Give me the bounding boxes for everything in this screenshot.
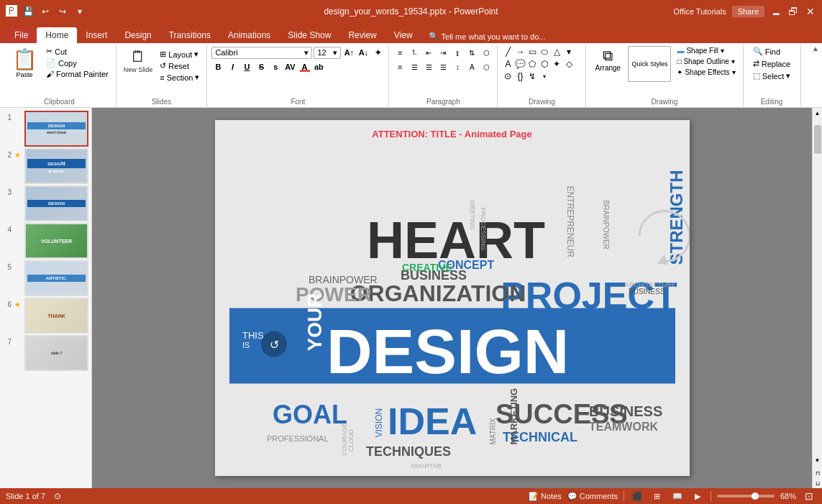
tab-review[interactable]: Review <box>339 27 385 43</box>
text-shadow-btn[interactable]: A <box>465 60 478 73</box>
decrease-indent-button[interactable]: ⇤ <box>422 46 435 59</box>
font-name-selector[interactable]: Calibri ▾ <box>211 47 312 59</box>
slide-thumb-7[interactable]: slide 7 <box>24 335 88 371</box>
slide-thumb-3[interactable]: DESIGN <box>24 185 88 221</box>
right-scrollbar[interactable]: ▲ ▼ ⊓ ⊔ <box>812 108 822 488</box>
office-tutorials-link[interactable]: Office Tutorials <box>673 7 726 16</box>
ribbon-collapse-button[interactable]: ▲ <box>812 45 819 52</box>
smart-art-button[interactable]: ⬡ <box>480 46 493 59</box>
increase-font-button[interactable]: A↑ <box>342 46 355 59</box>
shape-effects-button[interactable]: ✦ Shape Effects ▾ <box>674 68 738 77</box>
strikethrough-button[interactable]: S <box>255 60 268 73</box>
restore-button[interactable]: 🗗 <box>787 6 799 17</box>
tab-animations[interactable]: Animations <box>219 27 279 43</box>
shape-brace[interactable]: {} <box>514 70 526 82</box>
scroll-up-button[interactable]: ▲ <box>813 108 822 118</box>
shape-oval[interactable]: ⬭ <box>539 46 550 58</box>
page-up-button[interactable]: ⊓ <box>813 468 822 478</box>
shape-line[interactable]: ╱ <box>502 46 513 58</box>
scroll-down-button[interactable]: ▼ <box>813 455 822 465</box>
reading-view-button[interactable]: 📖 <box>670 490 685 502</box>
normal-view-button[interactable]: ⬛ <box>630 490 644 502</box>
decrease-font-button[interactable]: A↓ <box>357 46 370 59</box>
tab-design[interactable]: Design <box>116 27 160 43</box>
numbering-button[interactable]: ⒈ <box>408 46 421 59</box>
help-search[interactable]: 🔍 Tell me what you want to do... <box>421 29 553 43</box>
redo-icon[interactable]: ↪ <box>56 5 69 18</box>
bullets-button[interactable]: ≡ <box>393 46 406 59</box>
zoom-slider[interactable] <box>717 495 775 498</box>
find-button[interactable]: 🔍 Find <box>750 46 783 57</box>
reset-button[interactable]: ↺ Reset <box>157 60 202 71</box>
underline-button[interactable]: U <box>240 60 253 73</box>
fit-button[interactable]: ⊡ <box>802 490 816 502</box>
justify-button[interactable]: ☰ <box>437 60 449 73</box>
font-color-button[interactable]: A <box>298 60 311 73</box>
save-icon[interactable]: 💾 <box>22 5 35 18</box>
layout-button[interactable]: ⊞ Layout ▾ <box>157 49 202 60</box>
select-button[interactable]: ⬚ Select ▾ <box>750 70 794 81</box>
cut-button[interactable]: ✂ Cut <box>43 46 111 57</box>
slideshow-button[interactable]: ▶ <box>690 490 705 502</box>
slide-thumb-2[interactable]: DESIGN ▶ words <box>24 148 88 184</box>
customize-icon[interactable]: ▾ <box>73 5 86 18</box>
slide-thumb-1[interactable]: DESIGN word cloud <box>24 111 88 147</box>
shape-diamond[interactable]: ◇ <box>563 58 575 70</box>
format-painter-button[interactable]: 🖌 Format Painter <box>43 69 111 79</box>
shape-textbox[interactable]: A <box>502 58 513 70</box>
shape-expand[interactable]: ▾ <box>539 70 550 82</box>
convert-button[interactable]: ⬡ <box>480 60 493 73</box>
shape-arrow[interactable]: → <box>514 46 526 58</box>
zoom-thumb[interactable] <box>752 492 759 500</box>
quick-styles-box[interactable]: Quick Styles <box>628 46 671 82</box>
tab-insert[interactable]: Insert <box>77 27 116 43</box>
shadow-button[interactable]: s <box>269 60 282 73</box>
slide-thumb-6[interactable]: THANK <box>24 298 88 334</box>
tab-view[interactable]: View <box>385 27 421 43</box>
paste-button[interactable]: 📋 Paste <box>7 46 42 80</box>
notes-button[interactable]: 📝 Notes <box>529 492 562 501</box>
share-button[interactable]: Share <box>732 6 764 17</box>
undo-icon[interactable]: ↩ <box>39 5 52 18</box>
new-slide-button[interactable]: 🗒 New Slide <box>121 46 156 75</box>
close-button[interactable]: ✕ <box>805 6 816 17</box>
align-center-button[interactable]: ☰ <box>408 60 421 73</box>
shape-star[interactable]: ✦ <box>551 58 562 70</box>
page-down-button[interactable]: ⊔ <box>813 478 822 488</box>
text-direction-button[interactable]: ⇅ <box>465 46 478 59</box>
scroll-thumb-right[interactable] <box>814 125 821 154</box>
section-button[interactable]: ≡ Section ▾ <box>157 72 202 83</box>
shape-outline-button[interactable]: □ Shape Outline ▾ <box>674 57 738 66</box>
copy-button[interactable]: 📄 Copy <box>43 58 111 68</box>
minimize-button[interactable]: 🗕 <box>770 6 782 17</box>
slide-thumb-4[interactable]: VOLUNTEER <box>24 223 88 259</box>
increase-indent-button[interactable]: ⇥ <box>437 46 449 59</box>
columns-button[interactable]: ⫿ <box>451 46 464 59</box>
tab-file[interactable]: File <box>6 27 37 43</box>
align-right-button[interactable]: ☰ <box>422 60 435 73</box>
shape-scroll[interactable]: ↯ <box>526 70 538 82</box>
shape-rect[interactable]: ▭ <box>526 46 538 58</box>
shape-triangle[interactable]: △ <box>551 46 562 58</box>
replace-button[interactable]: ⇄ Replace <box>750 58 793 69</box>
italic-button[interactable]: I <box>226 60 239 73</box>
shape-more[interactable]: ▾ <box>563 46 575 58</box>
text-highlight-button[interactable]: ab <box>312 60 325 73</box>
shape-fill-button[interactable]: ▬ Shape Fill ▾ <box>674 46 738 55</box>
shape-cylinder[interactable]: ⊙ <box>502 70 513 82</box>
tab-transitions[interactable]: Transitions <box>160 27 219 43</box>
align-left-button[interactable]: ≡ <box>393 60 406 73</box>
tab-slideshow[interactable]: Slide Show <box>279 27 339 43</box>
comments-button[interactable]: 💬 Comments <box>567 492 618 501</box>
shape-callout[interactable]: 💬 <box>514 58 526 70</box>
clear-format-button[interactable]: ✦ <box>371 46 384 59</box>
bold-button[interactable]: B <box>211 60 224 73</box>
arrange-button[interactable]: ⧉ Arrange <box>590 46 625 73</box>
shape-pentagon[interactable]: ⬠ <box>526 58 538 70</box>
char-spacing-button[interactable]: AV <box>283 60 296 73</box>
tab-home[interactable]: Home <box>37 27 77 43</box>
slide-thumb-5[interactable]: ARTISTIC. <box>24 260 88 296</box>
slide-sorter-button[interactable]: ⊞ <box>650 490 665 502</box>
line-spacing-button[interactable]: ↕ <box>451 60 464 73</box>
font-size-selector[interactable]: 12 ▾ <box>314 47 341 59</box>
